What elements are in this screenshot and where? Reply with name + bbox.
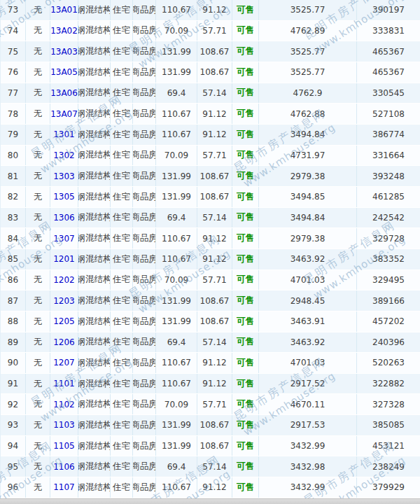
cell-structure: 钢混结构	[78, 104, 111, 124]
cell-annex: 无	[26, 477, 50, 498]
cell-inner-area: 91.12	[197, 374, 232, 394]
room-number-link[interactable]: 1103	[53, 420, 75, 430]
status-badge: 可售	[237, 419, 254, 431]
horizontal-scrollbar-track[interactable]	[0, 498, 420, 504]
status-badge: 可售	[237, 378, 254, 390]
cell-sale-status: 可售	[232, 415, 259, 435]
status-badge: 可售	[237, 149, 254, 161]
cell-build-area: 70.09	[156, 146, 197, 166]
cell-category: 商品房	[133, 436, 156, 456]
cell-price: 3432.99	[259, 477, 357, 498]
cell-category: 商品房	[133, 62, 156, 83]
cell-room-number: 1203	[50, 290, 78, 311]
cell-sale-status: 可售	[232, 249, 259, 270]
room-number-link[interactable]: 13A03	[50, 47, 78, 57]
status-badge: 可售	[237, 87, 254, 99]
cell-sequence-number: 73	[1, 0, 26, 20]
cell-record-id: 330545	[357, 83, 420, 104]
cell-sale-status: 可售	[232, 312, 259, 332]
cell-sale-status: 可售	[232, 125, 259, 145]
cell-build-area: 110.67	[156, 249, 197, 270]
room-number-link[interactable]: 1102	[53, 400, 75, 410]
cell-build-area: 110.67	[156, 104, 197, 124]
table-row: 88 无 1205 钢混结构 住宅 商品房 131.99 108.67 可售 3…	[1, 312, 420, 332]
room-number-link[interactable]: 13A05	[50, 67, 78, 77]
cell-price: 4670.11	[259, 394, 357, 414]
room-number-link[interactable]: 1205	[53, 316, 75, 326]
cell-sale-status: 可售	[232, 436, 259, 456]
cell-structure: 钢混结构	[78, 62, 111, 83]
room-number-link[interactable]: 1302	[53, 150, 75, 160]
cell-structure: 钢混结构	[78, 290, 111, 311]
room-number-link[interactable]: 1301	[53, 130, 75, 139]
table-row: 84 无 1307 钢混结构 住宅 商品房 110.67 91.12 可售 29…	[1, 228, 420, 249]
cell-inner-area: 108.67	[197, 187, 232, 207]
cell-sequence-number: 95	[1, 456, 26, 477]
cell-room-number: 1103	[50, 415, 78, 435]
status-badge: 可售	[237, 191, 254, 203]
cell-usage: 住宅	[111, 394, 133, 414]
room-number-link[interactable]: 1207	[53, 358, 75, 368]
room-number-link[interactable]: 1206	[53, 337, 75, 347]
room-number-link[interactable]: 1303	[53, 172, 75, 181]
cell-record-id: 520263	[357, 353, 420, 373]
cell-category: 商品房	[133, 249, 156, 270]
cell-build-area: 69.4	[156, 208, 197, 228]
cell-structure: 钢混结构	[78, 187, 111, 207]
cell-room-number: 1202	[50, 270, 78, 290]
cell-sale-status: 可售	[232, 290, 259, 311]
cell-room-number: 1101	[50, 374, 78, 394]
table-row: 95 无 1106 钢混结构 住宅 商品房 69.4 57.14 可售 3432…	[1, 456, 420, 477]
cell-inner-area: 108.67	[197, 166, 232, 186]
cell-sale-status: 可售	[232, 270, 259, 290]
cell-room-number: 1302	[50, 146, 78, 166]
room-number-link[interactable]: 1101	[53, 379, 75, 388]
cell-build-area: 70.09	[156, 21, 197, 41]
room-number-link[interactable]: 1306	[53, 213, 75, 223]
cell-price: 2979.38	[259, 228, 357, 248]
cell-category: 商品房	[133, 208, 156, 228]
room-number-link[interactable]: 13A06	[50, 88, 78, 98]
cell-sequence-number: 85	[1, 249, 26, 270]
room-number-link[interactable]: 1105	[53, 441, 75, 451]
cell-category: 商品房	[133, 456, 156, 477]
cell-build-area: 69.4	[156, 456, 197, 477]
cell-annex: 无	[26, 146, 50, 166]
status-badge: 可售	[237, 295, 254, 307]
cell-inner-area: 108.67	[197, 436, 232, 456]
room-number-link[interactable]: 1106	[53, 462, 75, 472]
room-number-link[interactable]: 13A01	[50, 5, 78, 15]
cell-usage: 住宅	[111, 270, 133, 290]
cell-record-id: 527108	[357, 104, 420, 124]
cell-sequence-number: 75	[1, 41, 26, 62]
cell-sale-status: 可售	[232, 104, 259, 124]
cell-sequence-number: 92	[1, 394, 26, 414]
cell-sequence-number: 87	[1, 290, 26, 311]
cell-room-number: 1105	[50, 436, 78, 456]
cell-category: 商品房	[133, 146, 156, 166]
room-number-link[interactable]: 1307	[53, 234, 75, 244]
cell-sale-status: 可售	[232, 208, 259, 228]
cell-annex: 无	[26, 104, 50, 124]
cell-annex: 无	[26, 21, 50, 41]
status-badge: 可售	[237, 170, 254, 182]
cell-room-number: 1206	[50, 332, 78, 353]
table-row: 74 无 13A02 钢混结构 住宅 商品房 70.09 57.71 可售 47…	[1, 21, 420, 42]
room-number-link[interactable]: 1107	[53, 482, 75, 492]
cell-build-area: 70.09	[156, 270, 197, 290]
status-badge: 可售	[237, 440, 254, 452]
cell-record-id: 322882	[357, 374, 420, 394]
cell-room-number: 13A05	[50, 62, 78, 83]
cell-price: 4762.89	[259, 21, 357, 41]
room-number-link[interactable]: 13A02	[50, 26, 78, 36]
room-number-link[interactable]: 1201	[53, 254, 75, 264]
cell-usage: 住宅	[111, 41, 133, 62]
room-number-link[interactable]: 13A07	[50, 109, 78, 119]
cell-inner-area: 91.12	[197, 477, 232, 498]
cell-usage: 住宅	[111, 415, 133, 435]
room-number-link[interactable]: 1202	[53, 275, 75, 285]
cell-usage: 住宅	[111, 146, 133, 166]
cell-build-area: 131.99	[156, 415, 197, 435]
room-number-link[interactable]: 1305	[53, 192, 75, 202]
room-number-link[interactable]: 1203	[53, 296, 75, 306]
